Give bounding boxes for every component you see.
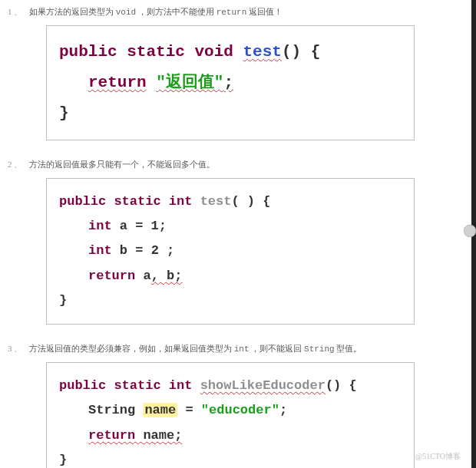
string-literal: "返回值" <box>156 74 223 91</box>
code3-line1: public static int showLikeEducoder() { <box>59 374 402 398</box>
code2-line1: public static int test( ) { <box>59 190 402 214</box>
code2-close: } <box>59 288 402 313</box>
var-name: name <box>143 403 177 417</box>
code1-line1: public static void test() { <box>59 37 402 68</box>
rule-3-text-b: ，则不能返回 <box>251 344 304 353</box>
rule-3: 3 、 方法返回值的类型必须兼容，例如，如果返回值类型为 int ，则不能返回 … <box>0 337 471 362</box>
rule-1: 1 、 如果方法的返回类型为 void ，则方法中不能使用 return 返回值… <box>0 0 471 25</box>
rule-1-text-b: ，则方法中不能使用 <box>138 7 217 16</box>
code1-close: } <box>59 98 402 129</box>
decl-b-eq: b = <box>112 243 151 258</box>
rule-1-num: 1 、 <box>8 7 22 16</box>
code-block-2: public static int test( ) { int a = 1; i… <box>46 178 415 325</box>
kw-return: return <box>88 74 147 91</box>
kw-int: int <box>88 219 112 233</box>
rule-1-kw: void <box>116 8 136 17</box>
rule-3-kw: int <box>234 344 250 354</box>
code-block-1: public static void test() { return "返回值"… <box>46 25 415 140</box>
kw-return: return <box>88 269 135 283</box>
method-name: showLikeEducoder <box>200 378 326 393</box>
code3-line2: String name = "educoder"; <box>59 398 402 423</box>
decl-a: a = 1; <box>112 219 167 233</box>
return-a: a <box>135 269 150 283</box>
sig-tail: () { <box>326 378 357 393</box>
rule-1-text-a: 如果方法的返回类型为 <box>29 7 116 16</box>
watermark: @51CTO博客 <box>415 451 461 462</box>
code-block-3: public static int showLikeEducoder() { S… <box>46 362 415 468</box>
num-literal: 2 <box>151 243 159 258</box>
eq: = <box>177 403 201 417</box>
kw-static: static <box>114 194 160 209</box>
kw-void: void <box>194 43 233 61</box>
kw-static: static <box>114 378 160 393</box>
code3-line3: return name; <box>59 424 402 448</box>
method-name: test <box>200 194 232 209</box>
kw-public: public <box>59 43 117 61</box>
type-string: String <box>88 403 143 417</box>
rule-3-num: 3 、 <box>8 344 22 353</box>
kw-int: int <box>169 378 193 393</box>
rule-1-kw2: return <box>217 8 247 17</box>
code3-close: } <box>59 448 402 468</box>
rule-3-text-a: 方法返回值的类型必须兼容，例如，如果返回值类型为 <box>29 344 234 353</box>
scrollbar-thumb[interactable] <box>464 225 476 237</box>
kw-public: public <box>59 194 106 209</box>
kw-return: return <box>88 428 143 443</box>
semi: ; <box>159 243 174 258</box>
rule-2: 2 、 方法的返回值最多只能有一个，不能返回多个值。 <box>0 153 471 178</box>
kw-int: int <box>88 243 112 258</box>
code2-line2: int a = 1; <box>59 214 402 239</box>
kw-static: static <box>127 43 185 61</box>
semi: ; <box>223 74 233 91</box>
code2-line4: return a, b; <box>59 264 402 288</box>
rule-2-num: 2 、 <box>8 160 22 169</box>
kw-int: int <box>169 194 193 209</box>
rule-3-text-c: 型值。 <box>336 344 362 353</box>
sig-tail: ( ) { <box>231 194 270 209</box>
code1-line2: return "返回值"; <box>59 68 402 98</box>
sig-tail: () { <box>282 43 320 61</box>
return-err: , b; <box>151 269 183 283</box>
string-literal: "educoder" <box>201 403 279 417</box>
rule-2-text: 方法的返回值最多只能有一个，不能返回多个值。 <box>29 160 215 169</box>
kw-public: public <box>59 378 106 393</box>
semi: ; <box>279 403 287 417</box>
code2-line3: int b = 2 ; <box>59 239 402 263</box>
method-name: test <box>243 43 282 61</box>
return-err: name; <box>143 428 182 443</box>
rule-1-text-c: 返回值！ <box>249 7 283 16</box>
rule-3-kw2: String <box>304 344 335 354</box>
